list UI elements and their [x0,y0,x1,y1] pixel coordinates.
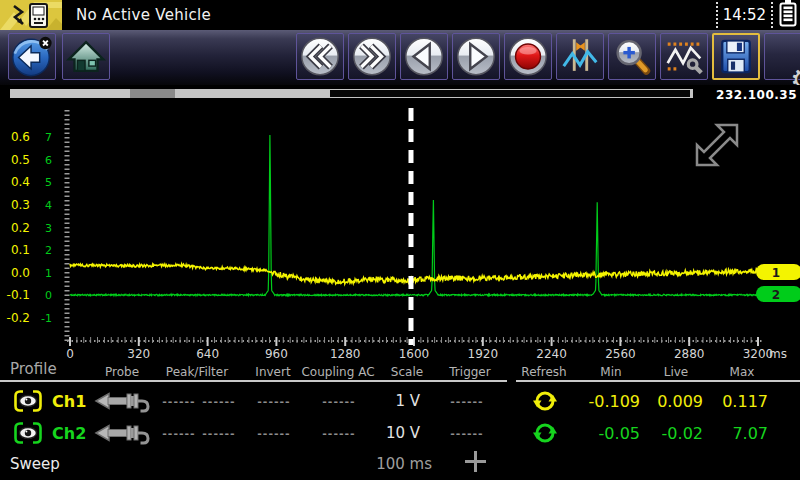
header-underline [0,380,507,382]
svg-text:2880: 2880 [674,347,705,360]
ch2-label[interactable]: Ch2 [52,424,86,443]
ch2-visibility-toggle[interactable] [13,422,43,444]
col-header-min: Min [600,365,621,379]
status-area: 14:52 [716,1,798,29]
col-header-invert: Invert [255,365,290,379]
expand-sweep-button[interactable] [463,449,488,474]
expand-graph-icon [697,125,737,165]
ch1-visibility-toggle[interactable] [13,390,43,412]
playback-scrubber-row: 232.100.35 [0,85,800,105]
svg-text:0.0: 0.0 [11,266,30,280]
toolbar: ⚙⚙ [0,30,800,85]
separator [716,2,718,28]
ch2-peak-setting[interactable]: ------ [162,427,195,440]
col-header-trigger: Trigger [449,365,490,379]
channel-row-ch2: Ch2 ------ ------ ------ ------ 10 V ---… [0,417,800,449]
setup-button[interactable] [660,33,708,80]
svg-text:1600: 1600 [399,347,430,360]
svg-text:0.5: 0.5 [11,153,30,167]
svg-text:1920: 1920 [468,347,499,360]
svg-text:2: 2 [772,288,780,302]
svg-text:320: 320 [127,347,150,360]
ch2-trigger-setting[interactable]: ------ [450,427,483,440]
col-header-peakfilter: Peak/Filter [166,365,228,379]
svg-text:5: 5 [45,176,52,189]
svg-text:-1: -1 [41,312,52,325]
svg-text:0.2: 0.2 [11,221,30,235]
ch2-probe-icon[interactable] [94,420,152,446]
svg-text:7: 7 [45,131,52,144]
sweep-label: Sweep [10,455,60,473]
version-text: 232.100.35 [716,88,797,102]
svg-text:-0.2: -0.2 [7,311,30,325]
svg-text:0.1: 0.1 [11,243,30,257]
svg-text:3: 3 [45,222,52,235]
rewind-button[interactable] [296,33,344,80]
ch2-invert-setting[interactable]: ------ [257,427,290,440]
svg-text:ms: ms [769,347,787,360]
ch1-scale-setting[interactable]: 1 V [340,392,420,410]
ch1-peak-setting[interactable]: ------ [162,395,195,408]
titlebar: No Active Vehicle 14:52 [0,0,800,30]
battery-icon [778,0,798,31]
zoom-button[interactable] [608,33,656,80]
svg-text:0.6: 0.6 [11,130,30,144]
col-header-refresh: Refresh [521,365,566,379]
header-underline [516,380,800,382]
svg-text:640: 640 [196,347,219,360]
settings-button[interactable]: ⚙⚙ [764,33,800,80]
svg-text:2560: 2560 [605,347,636,360]
step-forward-button[interactable] [452,33,500,80]
svg-text:-0.1: -0.1 [7,288,30,302]
ch2-filter-setting[interactable]: ------ [202,427,235,440]
scrubber-position-segment [130,89,175,98]
svg-text:0: 0 [45,289,52,302]
ch1-probe-icon[interactable] [94,388,152,414]
ch1-filter-setting[interactable]: ------ [202,395,235,408]
svg-text:1280: 1280 [330,347,361,360]
scope-app-icon[interactable] [0,0,62,30]
scrubber-view-window[interactable] [330,90,690,97]
back-button[interactable] [8,33,56,80]
svg-text:4: 4 [45,199,52,212]
page-title: No Active Vehicle [76,6,211,24]
clock: 14:52 [723,6,766,24]
ch2-max-value: 7.07 [668,424,768,443]
ch1-trigger-setting[interactable]: ------ [450,395,483,408]
ch2-scale-setting[interactable]: 10 V [340,424,420,442]
ch1-invert-setting[interactable]: ------ [257,395,290,408]
svg-text:960: 960 [265,347,288,360]
svg-text:2240: 2240 [536,347,567,360]
svg-text:1: 1 [772,266,780,280]
home-button[interactable] [62,33,110,80]
save-button[interactable] [712,33,760,80]
scope-graph[interactable]: 0.60.50.40.30.20.10.0-0.1-0.276543210-10… [0,105,800,360]
svg-text:2: 2 [45,244,52,257]
svg-text:1: 1 [45,267,52,280]
col-header-max: Max [730,365,755,379]
svg-text:0.4: 0.4 [11,175,30,189]
col-header-coupling: Coupling AC [301,365,374,379]
sweep-value[interactable]: 100 ms [292,455,432,473]
screen: No Active Vehicle 14:52 [0,0,800,480]
scrubber-track[interactable] [10,89,693,98]
ch1-label[interactable]: Ch1 [52,392,86,411]
fast-forward-button[interactable] [348,33,396,80]
col-header-live: Live [664,365,689,379]
channel-row-ch1: Ch1 ------ ------ ------ ------ 1 V ----… [0,385,800,417]
cursors-button[interactable] [556,33,604,80]
col-header-scale: Scale [391,365,423,379]
svg-text:6: 6 [45,154,52,167]
separator [771,2,773,28]
step-back-button[interactable] [400,33,448,80]
record-button[interactable] [504,33,552,80]
ch1-max-value: 0.117 [668,392,768,411]
svg-text:0: 0 [66,347,74,360]
col-header-probe: Probe [105,365,139,379]
profile-section-label: Profile [10,360,57,378]
svg-text:0.3: 0.3 [11,198,30,212]
